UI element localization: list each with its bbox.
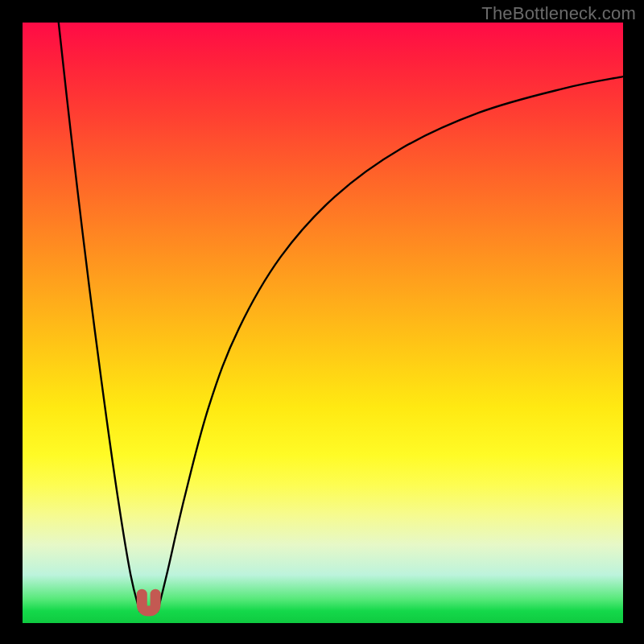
watermark-text: TheBottleneck.com	[481, 3, 636, 24]
minimum-marker-u	[142, 594, 155, 611]
outer-frame: TheBottleneck.com	[0, 0, 644, 644]
left-branch-curve	[59, 23, 140, 611]
plot-area	[23, 23, 623, 623]
right-branch-curve	[158, 76, 623, 611]
curve-layer	[23, 23, 623, 623]
